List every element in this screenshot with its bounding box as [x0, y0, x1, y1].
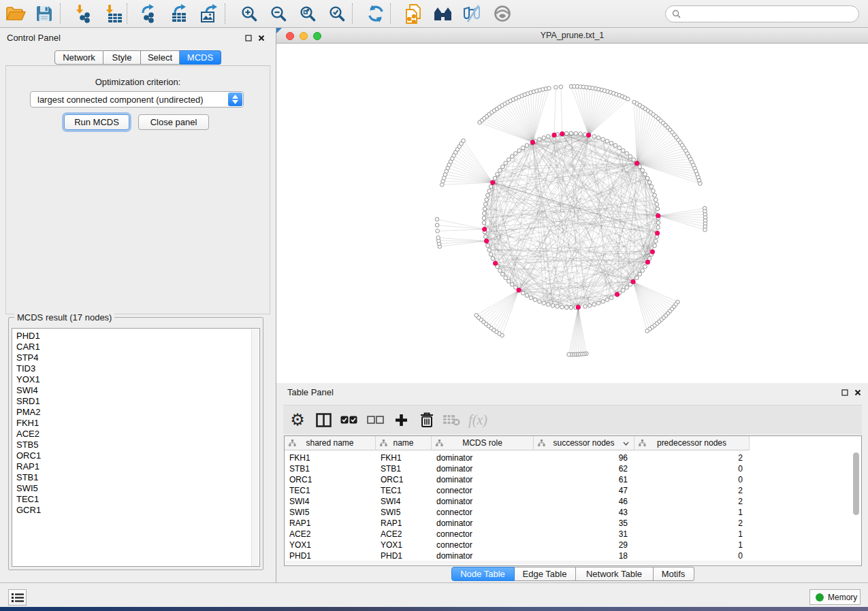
mcds-result-item[interactable]: STB5 [16, 440, 259, 450]
column-header-successor-nodes[interactable]: successor nodes [534, 436, 634, 450]
cell-0-shared-name[interactable]: FKH1 [289, 452, 310, 463]
tab-style[interactable]: Style [103, 50, 141, 65]
cell-7-shared-name[interactable]: ACE2 [289, 529, 310, 540]
mcds-result-item[interactable]: PHD1 [16, 331, 259, 342]
cell-3-successor-nodes[interactable]: 47 [534, 485, 628, 496]
cell-7-successor-nodes[interactable]: 31 [534, 529, 628, 540]
cell-0-predecessor-nodes[interactable]: 2 [634, 452, 743, 463]
cell-9-successor-nodes[interactable]: 18 [534, 550, 628, 561]
cell-2-name[interactable]: ORC1 [381, 474, 403, 485]
table-tab-node-table[interactable]: Node Table [451, 567, 515, 581]
column-header-shared-name[interactable]: shared name [285, 436, 376, 450]
cell-5-MCDS-role[interactable]: connector [436, 507, 472, 518]
cell-6-predecessor-nodes[interactable]: 2 [634, 518, 743, 529]
cell-9-predecessor-nodes[interactable]: 0 [634, 550, 743, 561]
export-image-icon[interactable] [197, 2, 222, 25]
cell-6-name[interactable]: RAP1 [381, 518, 402, 529]
mcds-result-item[interactable]: FKH1 [16, 418, 259, 429]
mcds-result-item[interactable]: PMA2 [16, 407, 259, 418]
select-all-icon[interactable] [337, 408, 360, 431]
mcds-result-item[interactable]: STP4 [16, 352, 259, 363]
refresh-layout-icon[interactable] [364, 2, 388, 25]
cell-7-MCDS-role[interactable]: connector [436, 529, 472, 540]
delete-column-icon[interactable] [415, 408, 438, 431]
column-header-predecessor-nodes[interactable]: predecessor nodes [634, 436, 750, 450]
table-panel-float-icon[interactable] [840, 388, 850, 397]
cell-6-successor-nodes[interactable]: 35 [534, 518, 628, 529]
cell-4-shared-name[interactable]: SWI4 [289, 496, 309, 507]
cell-3-predecessor-nodes[interactable]: 2 [634, 485, 743, 496]
control-panel-float-icon[interactable] [244, 33, 253, 43]
table-scrollbar-thumb[interactable] [853, 452, 859, 515]
zoom-selected-icon[interactable] [325, 2, 349, 25]
mcds-result-item[interactable]: GCR1 [16, 505, 259, 516]
zoom-in-icon[interactable] [237, 2, 261, 25]
import-table-icon[interactable] [101, 2, 126, 25]
show-eye-icon[interactable] [490, 2, 515, 25]
table-tab-edge-table[interactable]: Edge Table [515, 567, 576, 581]
save-session-icon[interactable] [32, 2, 57, 25]
binoculars-search-icon[interactable] [431, 2, 455, 25]
mcds-result-item[interactable]: STB1 [16, 472, 259, 483]
export-table-icon[interactable] [167, 2, 192, 25]
cell-1-successor-nodes[interactable]: 62 [534, 463, 628, 474]
cell-0-MCDS-role[interactable]: dominator [436, 452, 472, 463]
memory-button[interactable]: Memory [809, 589, 861, 605]
tab-network[interactable]: Network [54, 50, 103, 65]
cell-3-MCDS-role[interactable]: connector [436, 485, 472, 496]
mcds-result-item[interactable]: SWI4 [16, 385, 259, 396]
search-field[interactable] [665, 5, 859, 22]
column-header-MCDS-role[interactable]: MCDS role [432, 436, 534, 450]
cell-2-predecessor-nodes[interactable]: 0 [634, 474, 743, 485]
tab-mcds[interactable]: MCDS [180, 50, 221, 65]
table-settings-icon[interactable]: ⚙ [286, 408, 309, 431]
cell-4-predecessor-nodes[interactable]: 2 [634, 496, 743, 507]
cell-7-name[interactable]: ACE2 [381, 529, 402, 540]
cell-4-successor-nodes[interactable]: 46 [534, 496, 628, 507]
cell-1-shared-name[interactable]: STB1 [289, 463, 310, 474]
cell-2-successor-nodes[interactable]: 61 [534, 474, 628, 485]
cell-0-successor-nodes[interactable]: 96 [534, 452, 628, 463]
cell-8-MCDS-role[interactable]: connector [436, 540, 472, 550]
add-column-icon[interactable] [389, 408, 413, 431]
cell-4-name[interactable]: SWI4 [381, 496, 400, 507]
mcds-result-item[interactable]: CAR1 [16, 342, 259, 352]
mcds-result-item[interactable]: SRD1 [16, 396, 259, 407]
task-history-button[interactable] [8, 589, 27, 606]
cell-4-MCDS-role[interactable]: dominator [436, 496, 472, 507]
cell-2-MCDS-role[interactable]: dominator [436, 474, 472, 485]
table-panel-close-icon[interactable] [853, 388, 863, 397]
mcds-result-item[interactable]: TEC1 [16, 494, 259, 505]
open-file-icon[interactable] [3, 2, 28, 25]
cell-1-name[interactable]: STB1 [381, 463, 401, 474]
optimization-criterion-select[interactable]: largest connected component (undirected) [30, 91, 244, 108]
cell-9-MCDS-role[interactable]: dominator [436, 550, 472, 561]
mcds-result-item[interactable]: TID3 [16, 363, 259, 374]
close-panel-button[interactable]: Close panel [138, 114, 209, 130]
function-builder-icon[interactable]: f(x) [466, 408, 489, 431]
cell-8-successor-nodes[interactable]: 29 [534, 540, 628, 550]
cell-0-name[interactable]: FKH1 [381, 452, 402, 463]
cell-1-MCDS-role[interactable]: dominator [436, 463, 472, 474]
cell-2-shared-name[interactable]: ORC1 [289, 474, 312, 485]
cell-8-name[interactable]: YOX1 [381, 540, 402, 550]
cell-6-shared-name[interactable]: RAP1 [289, 518, 310, 529]
table-tab-motifs[interactable]: Motifs [654, 567, 694, 581]
mcds-result-item[interactable]: ACE2 [16, 429, 259, 440]
cell-3-name[interactable]: TEC1 [381, 485, 402, 496]
zoom-out-icon[interactable] [266, 2, 291, 25]
cell-5-successor-nodes[interactable]: 43 [534, 507, 628, 518]
cell-3-shared-name[interactable]: TEC1 [289, 485, 310, 496]
delete-table-icon[interactable] [440, 408, 463, 431]
mcds-result-list[interactable]: PHD1CAR1STP4TID3YOX1SWI4SRD1PMA2FKH1ACE2… [12, 328, 260, 567]
import-network-icon[interactable] [71, 2, 96, 25]
control-panel-close-icon[interactable] [257, 33, 266, 43]
cell-5-name[interactable]: SWI5 [381, 507, 400, 518]
cell-8-predecessor-nodes[interactable]: 1 [634, 540, 743, 550]
cell-5-predecessor-nodes[interactable]: 1 [634, 507, 743, 518]
zoom-fit-icon[interactable] [295, 2, 320, 25]
cell-1-predecessor-nodes[interactable]: 0 [634, 463, 743, 474]
cell-7-predecessor-nodes[interactable]: 1 [634, 529, 743, 540]
deselect-all-icon[interactable] [364, 408, 387, 431]
show-column-icon[interactable] [312, 408, 335, 431]
